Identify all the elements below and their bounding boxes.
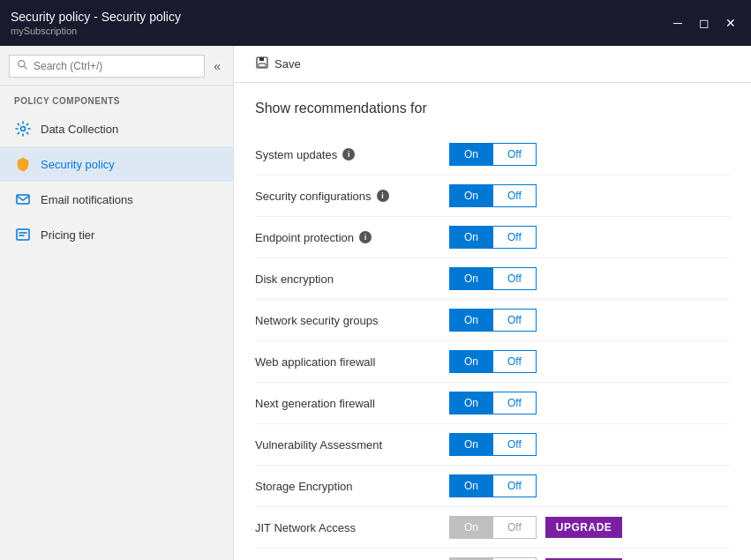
title-bar: Security policy - Security policy mySubs… — [0, 0, 751, 46]
toggle-row-web-application-firewall: Web application firewall On Off — [255, 341, 730, 383]
toggle-on-button[interactable]: On — [449, 143, 492, 166]
upgrade-button[interactable]: UPGRADE — [545, 517, 623, 538]
toggle-off-button[interactable]: Off — [492, 392, 537, 414]
toggle-row-vulnerability-assessment: Vulnerability Assessment On Off — [255, 424, 730, 466]
toggle-label-text: System updates — [255, 148, 337, 161]
toggle-row-endpoint-protection: Endpoint protection i On Off — [255, 217, 730, 258]
search-bar: « — [0, 46, 233, 86]
sidebar-item-email-notifications[interactable]: Email notifications — [0, 182, 233, 217]
toggle-label: Storage Encryption — [255, 480, 449, 493]
scroll-area[interactable]: Show recommendations for System updates … — [234, 83, 751, 560]
svg-point-2 — [21, 127, 26, 131]
toggle-on-button[interactable]: On — [449, 184, 492, 207]
toggle-row-storage-encryption: Storage Encryption On Off — [255, 466, 730, 507]
restore-button[interactable]: ◻ — [695, 13, 714, 33]
toggle-off-button[interactable]: Off — [492, 226, 537, 249]
toggle-row-system-updates: System updates i On Off — [255, 134, 730, 175]
toggle-label-text: Web application firewall — [255, 355, 375, 369]
sidebar-item-label: Security policy — [41, 158, 115, 171]
toggle-group: On Off — [449, 350, 537, 373]
info-icon: i — [359, 231, 372, 243]
sidebar-item-pricing-tier[interactable]: Pricing tier — [0, 217, 233, 252]
toggle-off-button[interactable]: Off — [492, 350, 537, 373]
collapse-button[interactable]: « — [210, 56, 224, 77]
toggle-label-text: Security configurations — [255, 190, 372, 203]
toggle-label-text: Vulnerability Assessment — [255, 438, 382, 452]
nav-items: Data Collection Security policy Email no… — [0, 111, 233, 252]
toggle-off-button[interactable]: Off — [492, 143, 537, 166]
toggle-row-adaptive-app-controls: Adaptive Application Controls On Off UPG… — [255, 549, 730, 560]
title-bar-left: Security policy - Security policy mySubs… — [11, 10, 181, 36]
toggle-group: On Off — [449, 184, 537, 207]
shield-icon — [14, 155, 32, 173]
svg-rect-6 — [259, 57, 264, 61]
search-icon — [17, 59, 28, 73]
info-icon: i — [377, 190, 389, 202]
svg-point-0 — [19, 61, 25, 67]
toggle-on-button[interactable]: On — [449, 267, 492, 290]
toggle-group: On Off — [449, 433, 537, 456]
main-content: Save Show recommendations for System upd… — [234, 46, 751, 560]
section-title: Show recommendations for — [255, 101, 730, 116]
save-label: Save — [274, 57, 301, 71]
toggle-on-button[interactable]: On — [449, 392, 492, 414]
app-container: « POLICY COMPONENTS Data Collection Secu… — [0, 46, 751, 560]
toggle-on-button[interactable]: On — [449, 433, 492, 456]
toggle-on-button[interactable]: On — [449, 474, 492, 497]
gear-icon — [14, 120, 32, 138]
policy-components-label: POLICY COMPONENTS — [0, 86, 233, 111]
sidebar-item-label: Data Collection — [41, 123, 118, 136]
pricing-icon — [14, 226, 32, 243]
minimize-button[interactable]: ─ — [668, 13, 687, 33]
toggle-on-button[interactable]: On — [449, 350, 492, 373]
toggle-label-text: Storage Encryption — [255, 480, 353, 493]
toggle-on-button[interactable]: On — [449, 309, 492, 332]
svg-rect-4 — [17, 229, 29, 240]
toggle-off-button[interactable]: Off — [492, 516, 537, 539]
sidebar-item-security-policy[interactable]: Security policy — [0, 146, 233, 182]
toggle-group: On Off — [449, 309, 537, 332]
toggle-row-security-configurations: Security configurations i On Off — [255, 175, 730, 217]
toggle-row-network-security-groups: Network security groups On Off — [255, 300, 730, 341]
toggle-group: On Off — [449, 143, 537, 166]
toggle-row-jit-network-access: JIT Network Access On Off UPGRADE — [255, 507, 730, 549]
toggle-off-button[interactable]: Off — [492, 184, 537, 207]
toggle-row-disk-encryption: Disk encryption On Off — [255, 258, 730, 300]
title-bar-subtitle: mySubscription — [11, 26, 181, 36]
toggle-label: Web application firewall — [255, 355, 449, 369]
toggle-on-button[interactable]: On — [449, 516, 492, 539]
toggle-off-button[interactable]: Off — [492, 267, 537, 290]
toggle-on-button[interactable]: On — [449, 226, 492, 249]
toggle-off-button[interactable]: Off — [492, 474, 537, 497]
toggle-label-text: Network security groups — [255, 314, 378, 327]
toggle-label: Vulnerability Assessment — [255, 438, 449, 452]
toggle-label: Security configurations i — [255, 190, 449, 203]
toggle-label-text: Endpoint protection — [255, 231, 354, 244]
toggle-group: On Off — [449, 474, 537, 497]
toggle-group: On Off — [449, 226, 537, 249]
svg-line-1 — [24, 66, 26, 69]
toggle-label-text: Next generation firewall — [255, 397, 375, 410]
toggle-label: Next generation firewall — [255, 397, 449, 410]
toggle-label: Endpoint protection i — [255, 231, 449, 244]
sidebar-item-data-collection[interactable]: Data Collection — [0, 111, 233, 146]
toggle-row-next-generation-firewall: Next generation firewall On Off — [255, 383, 730, 424]
toggle-group: On Off — [449, 267, 537, 290]
svg-rect-7 — [259, 63, 266, 67]
toggle-label-text: JIT Network Access — [255, 521, 356, 534]
close-button[interactable]: ✕ — [721, 13, 740, 33]
toggle-group: On Off — [449, 516, 537, 539]
content-row: « POLICY COMPONENTS Data Collection Secu… — [0, 46, 751, 560]
info-icon: i — [342, 148, 355, 161]
save-button[interactable]: Save — [248, 52, 308, 76]
email-icon — [14, 190, 32, 208]
toggle-off-button[interactable]: Off — [492, 433, 537, 456]
title-bar-title: Security policy - Security policy — [11, 10, 181, 24]
toggle-label: System updates i — [255, 148, 449, 161]
toolbar: Save — [234, 46, 751, 83]
search-input[interactable] — [34, 60, 197, 72]
toggle-off-button[interactable]: Off — [492, 309, 537, 332]
toggle-group: On Off — [449, 392, 537, 414]
toggle-label-text: Disk encryption — [255, 273, 334, 286]
toggle-label: Network security groups — [255, 314, 449, 327]
